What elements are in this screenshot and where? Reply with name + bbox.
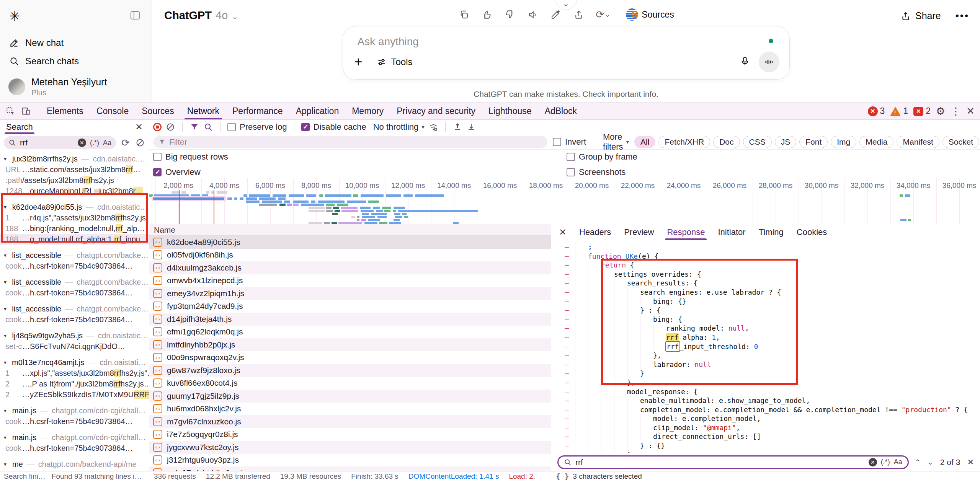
search-match-row[interactable]: 1…xpl.js","assets/jux3l2bm8rrfhs2y.js"…	[0, 368, 149, 378]
share-message-icon[interactable]	[573, 9, 584, 20]
regex-toggle[interactable]: (.*)	[90, 139, 99, 147]
preserve-log-checkbox[interactable]: Preserve log	[227, 122, 287, 132]
group-by-frame-checkbox[interactable]: Group by frame	[567, 152, 637, 162]
request-row[interactable]: ‹›emey34vz2lpiqm1h.js	[149, 287, 551, 300]
find-regex-toggle[interactable]: (.*)	[881, 458, 890, 466]
record-icon[interactable]	[153, 123, 162, 131]
request-row[interactable]: ‹›ol05fvdj0kf6n8ih.js	[149, 249, 551, 262]
search-match-row[interactable]: 1…r4q.js","assets/jux3l2bm8rrfhs2y.js…	[0, 212, 149, 223]
search-group-header[interactable]: ▾main.js—chatgpt.com/cdn-cgi/challe…	[0, 432, 149, 443]
search-match-row[interactable]: set-cookie:…S6FcTvuN74ci.qgnKjDdO…	[0, 341, 149, 352]
device-toolbar-icon[interactable]	[18, 105, 34, 118]
network-conditions-icon[interactable]	[428, 122, 438, 132]
search-panel-close-icon[interactable]: ✕	[135, 122, 143, 132]
tab-elements[interactable]: Elements	[40, 103, 90, 119]
search-match-row[interactable]: 2…,P as It}from"./jux3l2bm8rrfhs2y.js…	[0, 378, 149, 389]
model-selector[interactable]: ChatGPT 4o ⌄	[164, 9, 238, 22]
search-match-row[interactable]: 188…g_model:null,rrf_alpha:1,rrf_inpu…	[0, 234, 149, 245]
find-close-icon[interactable]: ✕	[967, 458, 974, 467]
thumbs-down-icon[interactable]	[504, 9, 515, 20]
issues-badge[interactable]: ✕2	[913, 106, 931, 116]
sidebar-toggle-icon[interactable]	[129, 10, 141, 23]
tab-memory[interactable]: Memory	[345, 103, 390, 119]
pill-js[interactable]: JS	[775, 136, 797, 148]
search-match-row[interactable]: 1248…ourceMappingURL=jux3l2bm8r…	[0, 186, 149, 196]
request-row[interactable]: ‹›kuv8fl66ex80cot4.js	[149, 377, 551, 390]
request-row[interactable]: ‹›jygcxvwu7kstc2oy.js	[149, 441, 551, 454]
response-code[interactable]: –;–function UKe(e) {–return {–settings_o…	[551, 240, 980, 453]
request-row[interactable]: ‹›k62doe4a89j0ci55.js	[149, 236, 551, 249]
request-row[interactable]: ‹›lmtfdlnyhbb2p0jx.js	[149, 338, 551, 351]
request-row[interactable]: ‹›i7e7z5ogqyqr0z8i.js	[149, 428, 551, 441]
response-tab-headers[interactable]: Headers	[573, 224, 617, 240]
search-group-header[interactable]: ▾me—chatgpt.com/backend-api/me	[0, 459, 149, 470]
share-button[interactable]: Share	[901, 10, 941, 21]
search-group-header[interactable]: ▾list_accessible—chatgpt.com/backen…	[0, 250, 149, 261]
tab-adblock[interactable]: AdBlock	[538, 103, 583, 119]
sources-button[interactable]: S Sources	[626, 8, 674, 21]
search-group-header[interactable]: ▾jux3l2bm8rrfhs2y.js—cdn.oaistatic.c…	[0, 153, 149, 164]
pill-fetch-xhr[interactable]: Fetch/XHR	[658, 136, 710, 148]
request-row[interactable]: ‹›omwvb4x1lzinepcd.js	[149, 274, 551, 287]
pill-socket[interactable]: Socket	[942, 136, 979, 148]
tab-sources[interactable]: Sources	[135, 103, 180, 119]
search-group-header[interactable]: ▾main.js—chatgpt.com/cdn-cgi/challe…	[0, 405, 149, 416]
user-profile[interactable]: Metehan Yeşilyurt Plus	[0, 71, 152, 103]
search-chats-button[interactable]: Search chats	[0, 52, 152, 70]
search-group-header[interactable]: ▾m0l13e7ncq46amjt.js—cdn.oaistatic.…	[0, 357, 149, 368]
error-badge[interactable]: ✕3	[868, 106, 885, 116]
request-row[interactable]: ‹›d14jpifh3teja4th.js	[149, 313, 551, 326]
filter-input[interactable]: Filter	[153, 136, 547, 148]
more-options-icon[interactable]: •••	[956, 10, 969, 22]
search-match-row[interactable]: cookie:…h.csrf-token=75b4c9073864…	[0, 287, 149, 298]
tab-network[interactable]: Network	[181, 103, 226, 119]
network-overview[interactable]: 2,000 ms4,000 ms6,000 ms8,000 ms10,000 m…	[149, 178, 980, 224]
throttling-select[interactable]: No throttling▾	[373, 122, 425, 132]
request-row[interactable]: ‹›m7gvl67clnxuzkeo.js	[149, 415, 551, 428]
request-row[interactable]: ‹›d4lxuulmgz3akceb.js	[149, 261, 551, 274]
screenshots-checkbox[interactable]: Screenshots	[567, 167, 637, 177]
clear-search-icon[interactable]: ✕	[78, 139, 86, 147]
request-row[interactable]: ‹›hu6mxd068hxljc2v.js	[149, 403, 551, 416]
warning-badge[interactable]: !1	[890, 106, 908, 116]
search-input[interactable]: rrf ✕ (.*) Aa	[4, 136, 116, 149]
search-match-row[interactable]: 2…yZEcSblkS9IkzdIsT/M0TxM9URRF0…	[0, 389, 149, 400]
search-match-row[interactable]: 188…bing:{ranking_model:null,rrf_alp…	[0, 223, 149, 234]
overview-checkbox[interactable]: Overview	[153, 167, 228, 177]
read-aloud-icon[interactable]	[527, 9, 538, 20]
clear-find-icon[interactable]: ✕	[869, 458, 877, 466]
search-match-row[interactable]: :path:/assets/jux3l2bm8rrfhs2y.js	[0, 175, 149, 186]
edit-icon[interactable]	[550, 9, 561, 20]
response-tab-cookies[interactable]: Cookies	[790, 224, 833, 240]
pill-manifest[interactable]: Manifest	[897, 136, 939, 148]
pill-css[interactable]: CSS	[743, 136, 772, 148]
search-group-header[interactable]: ▾list_accessible—chatgpt.com/backen…	[0, 303, 149, 314]
search-group-header[interactable]: ▾lj48q5w9tgw2yha5.js—cdn.oaistatic.…	[0, 330, 149, 341]
close-details-icon[interactable]: ✕	[555, 227, 570, 238]
pill-font[interactable]: Font	[799, 136, 828, 148]
filter-funnel-icon[interactable]	[189, 122, 199, 132]
export-har-icon[interactable]	[466, 122, 476, 132]
search-network-icon[interactable]	[203, 122, 213, 132]
search-match-row[interactable]: cookie:…h.csrf-token=75b4c9073864…	[0, 261, 149, 271]
pill-doc[interactable]: Doc	[713, 136, 740, 148]
response-tab-timing[interactable]: Timing	[752, 224, 790, 240]
search-match-row[interactable]: cookie:…h.csrf-token=75b4c9073864…	[0, 416, 149, 427]
request-row[interactable]: ‹›00o9nspwraqoxq2v.js	[149, 351, 551, 364]
search-match-row[interactable]: URL…static.com/assets/jux3l2bm8rrf…	[0, 164, 149, 175]
thumbs-up-icon[interactable]	[481, 9, 492, 20]
settings-gear-icon[interactable]: ⚙	[936, 105, 945, 117]
request-row[interactable]: ‹›fyp3tqm24dy7cad9.js	[149, 300, 551, 313]
tab-console[interactable]: Console	[90, 103, 135, 119]
pill-img[interactable]: Img	[831, 136, 856, 148]
tab-lighthouse[interactable]: Lighthouse	[482, 103, 538, 119]
request-row[interactable]: ‹›efmi1gq62leqkm0q.js	[149, 326, 551, 339]
find-next-icon[interactable]: ⌄	[928, 458, 933, 466]
search-group-header[interactable]: ▾k62doe4a89j0ci55.js—cdn.oaistatic.…	[0, 202, 149, 212]
import-har-icon[interactable]	[452, 122, 462, 132]
case-toggle[interactable]: Aa	[103, 139, 111, 147]
voice-mode-button[interactable]	[759, 52, 779, 72]
response-tab-response[interactable]: Response	[660, 224, 711, 240]
name-column-header[interactable]: Name	[149, 224, 551, 236]
refresh-search-icon[interactable]: ⟳	[121, 138, 131, 148]
